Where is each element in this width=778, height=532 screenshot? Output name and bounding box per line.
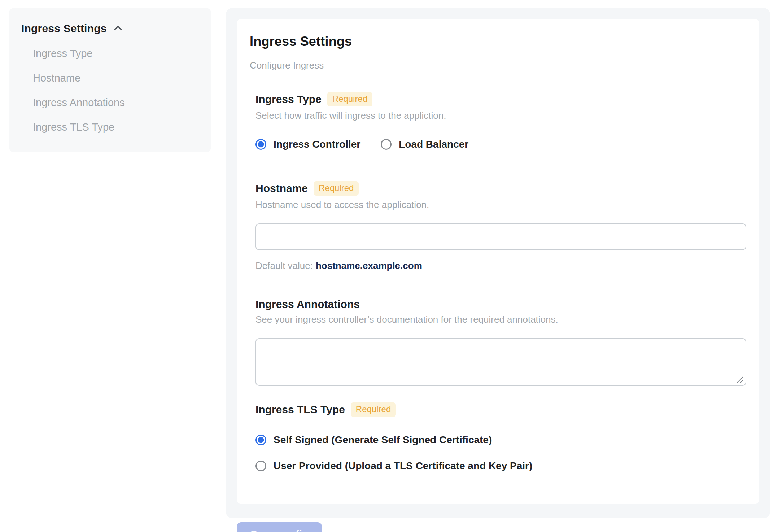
radio-selected-icon[interactable] bbox=[255, 139, 266, 150]
sidebar-item-ingress-type[interactable]: Ingress Type bbox=[33, 48, 199, 60]
tls-radio-group: Self Signed (Generate Self Signed Certif… bbox=[255, 434, 746, 472]
page-subtitle: Configure Ingress bbox=[250, 60, 746, 71]
settings-sidebar: Ingress Settings Ingress Type Hostname I… bbox=[9, 8, 211, 152]
radio-unselected-icon[interactable] bbox=[381, 139, 392, 150]
radio-unselected-icon[interactable] bbox=[255, 461, 266, 471]
radio-ingress-controller[interactable]: Ingress Controller bbox=[255, 139, 360, 150]
required-badge: Required bbox=[314, 181, 359, 196]
hostname-label: Hostname bbox=[255, 182, 308, 195]
sidebar-section-toggle[interactable]: Ingress Settings bbox=[21, 22, 199, 35]
required-badge: Required bbox=[327, 92, 372, 106]
ingress-settings-card: Ingress Settings Configure Ingress Ingre… bbox=[237, 19, 759, 504]
sidebar-item-hostname[interactable]: Hostname bbox=[33, 72, 199, 84]
save-config-button[interactable]: Save config bbox=[237, 522, 322, 532]
default-value-label: Default value: bbox=[255, 260, 313, 271]
sidebar-item-ingress-annotations[interactable]: Ingress Annotations bbox=[33, 97, 199, 109]
radio-self-signed-label[interactable]: Self Signed (Generate Self Signed Certif… bbox=[274, 434, 492, 446]
hostname-default-line: Default value:hostname.example.com bbox=[255, 260, 746, 271]
ingress-annotations-description: See your ingress controller’s documentat… bbox=[255, 314, 746, 325]
ingress-annotations-label: Ingress Annotations bbox=[255, 298, 360, 310]
required-badge: Required bbox=[351, 402, 396, 417]
hostname-description: Hostname used to access the application. bbox=[255, 199, 746, 210]
settings-panel: Ingress Settings Configure Ingress Ingre… bbox=[226, 8, 770, 518]
page-title: Ingress Settings bbox=[250, 34, 746, 49]
radio-ingress-controller-label[interactable]: Ingress Controller bbox=[274, 139, 360, 150]
radio-selected-icon[interactable] bbox=[255, 435, 266, 445]
default-value-text: hostname.example.com bbox=[316, 260, 422, 271]
sidebar-item-ingress-tls-type[interactable]: Ingress TLS Type bbox=[33, 121, 199, 133]
hostname-input[interactable] bbox=[255, 223, 746, 250]
chevron-up-icon[interactable] bbox=[112, 22, 124, 35]
ingress-type-label: Ingress Type bbox=[255, 93, 322, 105]
section-ingress-tls-type: Ingress TLS Type Required bbox=[255, 402, 746, 417]
radio-user-provided[interactable]: User Provided (Upload a TLS Certificate … bbox=[255, 460, 746, 472]
radio-self-signed[interactable]: Self Signed (Generate Self Signed Certif… bbox=[255, 434, 746, 446]
ingress-type-radio-group: Ingress Controller Load Balancer bbox=[255, 139, 746, 150]
ingress-annotations-textarea[interactable] bbox=[255, 338, 746, 386]
radio-load-balancer[interactable]: Load Balancer bbox=[381, 139, 468, 150]
section-ingress-type: Ingress Type Required Select how traffic… bbox=[255, 92, 746, 121]
section-hostname: Hostname Required Hostname used to acces… bbox=[255, 181, 746, 271]
ingress-type-description: Select how traffic will ingress to the a… bbox=[255, 110, 746, 121]
radio-load-balancer-label[interactable]: Load Balancer bbox=[399, 139, 468, 150]
radio-user-provided-label[interactable]: User Provided (Upload a TLS Certificate … bbox=[274, 460, 532, 472]
section-ingress-annotations: Ingress Annotations See your ingress con… bbox=[255, 298, 746, 386]
sidebar-section-title: Ingress Settings bbox=[21, 22, 107, 35]
sidebar-item-list: Ingress Type Hostname Ingress Annotation… bbox=[21, 48, 199, 133]
ingress-tls-type-label: Ingress TLS Type bbox=[255, 404, 345, 416]
